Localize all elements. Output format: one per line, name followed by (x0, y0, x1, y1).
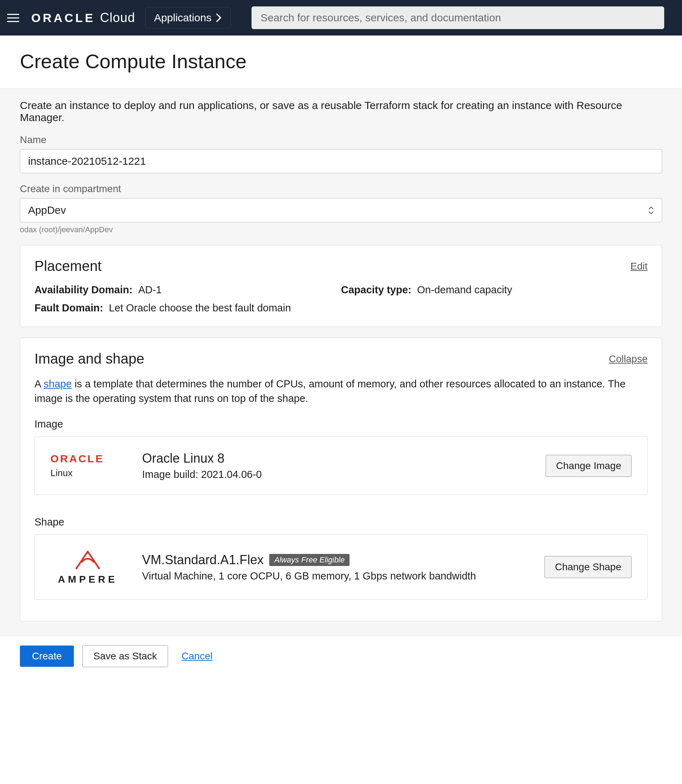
applications-label: Applications (154, 12, 212, 24)
fault-domain-row: Fault Domain: Let Oracle choose the best… (35, 302, 647, 314)
applications-menu-button[interactable]: Applications (145, 7, 231, 29)
page-title: Create Compute Instance (20, 50, 662, 73)
capacity-type-row: Capacity type: On-demand capacity (341, 284, 647, 296)
placement-title: Placement (35, 258, 102, 274)
image-build: Image build: 2021.04.06-0 (142, 469, 529, 480)
search-input[interactable] (252, 6, 664, 29)
placement-card: Placement Edit Availability Domain: AD-1… (20, 245, 662, 327)
ampere-icon (68, 549, 107, 572)
availability-domain-label: Availability Domain: (35, 284, 132, 296)
oracle-linux-logo: ORACLE Linux (51, 453, 125, 479)
content-area: Create an instance to deploy and run app… (0, 89, 682, 636)
oracle-logo-text: ORACLE (51, 453, 104, 465)
image-selection-box: ORACLE Linux Oracle Linux 8 Image build:… (35, 436, 647, 495)
top-bar: ORACLE Cloud Applications (0, 0, 682, 35)
change-shape-button[interactable]: Change Shape (545, 556, 631, 578)
compartment-select[interactable]: AppDev (20, 198, 662, 222)
select-caret-icon (648, 206, 654, 215)
compartment-value: AppDev (28, 204, 66, 216)
fault-domain-value: Let Oracle choose the best fault domain (109, 302, 291, 313)
shape-spec: Virtual Machine, 1 core OCPU, 6 GB memor… (142, 570, 527, 582)
capacity-type-label: Capacity type: (341, 284, 411, 296)
image-shape-description: A shape is a template that determines th… (35, 377, 647, 406)
brand-suffix: Cloud (100, 10, 135, 25)
ampere-logo: AMPERE (51, 549, 125, 585)
create-button[interactable]: Create (20, 646, 74, 667)
image-shape-card: Image and shape Collapse A shape is a te… (20, 338, 662, 621)
image-section-label: Image (35, 418, 647, 430)
always-free-badge: Always Free Eligible (269, 554, 349, 566)
ampere-logo-text: AMPERE (58, 574, 118, 585)
image-shape-title: Image and shape (35, 351, 144, 367)
brand-name: ORACLE (31, 11, 95, 25)
cancel-link[interactable]: Cancel (182, 650, 212, 662)
change-image-button[interactable]: Change Image (546, 455, 631, 477)
page-header: Create Compute Instance (0, 35, 682, 89)
name-label: Name (20, 134, 662, 146)
compartment-label: Create in compartment (20, 183, 662, 195)
availability-domain-value: AD-1 (138, 284, 162, 296)
chevron-right-icon (216, 13, 222, 22)
shape-selection-box: AMPERE VM.Standard.A1.Flex Always Free E… (35, 534, 647, 600)
shape-name: VM.Standard.A1.Flex (142, 552, 264, 568)
collapse-link[interactable]: Collapse (609, 353, 647, 365)
hamburger-menu-icon[interactable] (7, 11, 21, 25)
footer-actions: Create Save as Stack Cancel (0, 636, 682, 676)
compartment-breadcrumb: odax (root)/jeevan/AppDev (20, 225, 662, 234)
shape-help-link[interactable]: shape (44, 378, 72, 390)
shape-section-label: Shape (35, 516, 647, 528)
placement-edit-link[interactable]: Edit (631, 261, 647, 272)
save-as-stack-button[interactable]: Save as Stack (83, 645, 168, 667)
instance-name-input[interactable] (20, 149, 662, 173)
availability-domain-row: Availability Domain: AD-1 (35, 284, 341, 296)
brand-logo: ORACLE Cloud (31, 10, 135, 25)
oracle-linux-subtext: Linux (51, 468, 72, 479)
fault-domain-label: Fault Domain: (35, 302, 103, 313)
intro-text: Create an instance to deploy and run app… (20, 99, 662, 124)
capacity-type-value: On-demand capacity (417, 284, 512, 296)
image-name: Oracle Linux 8 (142, 451, 529, 466)
